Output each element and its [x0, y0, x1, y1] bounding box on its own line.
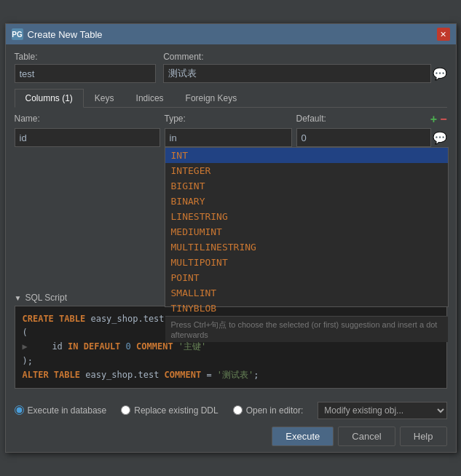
comment-field-group: Comment: 💬	[163, 52, 446, 83]
col-default-wrap: 💬	[296, 128, 447, 147]
sql-script-label: SQL Script	[25, 293, 67, 303]
col-header-default: Default:	[296, 114, 426, 124]
column-row-0: INT INTEGER BIGINT BINARY LINESTRING MED…	[15, 128, 447, 147]
comment-input-wrap: 💬	[163, 64, 446, 83]
modify-select[interactable]: Modify existing obj...	[318, 402, 446, 419]
title-bar: PG Create New Table ✕	[6, 24, 456, 44]
table-label: Table:	[15, 52, 157, 62]
radio-row: Execute in database Replace existing DDL…	[15, 402, 447, 419]
btn-row: Execute Cancel Help	[15, 427, 447, 446]
create-table-dialog: PG Create New Table ✕ Table: Comment: 💬 …	[5, 23, 457, 453]
radio-open-editor[interactable]: Open in editor:	[233, 405, 304, 416]
radio-open-editor-input[interactable]	[233, 405, 243, 415]
column-type-input[interactable]	[165, 128, 292, 147]
add-column-button[interactable]: +	[430, 114, 437, 125]
table-field-group: Table:	[15, 52, 157, 83]
col-header-type: Type:	[165, 114, 292, 124]
comment-chat-icon[interactable]: 💬	[433, 67, 447, 81]
comment-input[interactable]	[163, 64, 430, 83]
sql-arrow-icon: ▼	[15, 294, 22, 302]
autocomplete-item-integer[interactable]: INTEGER	[165, 163, 448, 178]
tab-keys[interactable]: Keys	[84, 89, 125, 107]
autocomplete-item-multipoint[interactable]: MULTIPOINT	[165, 255, 448, 270]
sql-line-3: ▶ id IN DEFAULT 0 COMMENT '主键'	[23, 340, 439, 354]
radio-open-editor-label: Open in editor:	[246, 405, 304, 416]
radio-execute-database[interactable]: Execute in database	[15, 405, 107, 416]
line-indicator: ▶	[23, 340, 31, 354]
tab-indices[interactable]: Indices	[125, 89, 175, 107]
autocomplete-item-mediumint[interactable]: MEDIUMINT	[165, 224, 448, 239]
sql-line-5: ALTER TABLE easy_shop.test COMMENT = '测试…	[23, 368, 439, 382]
table-input[interactable]	[15, 64, 157, 83]
sql-line-4: );	[23, 354, 439, 368]
autocomplete-item-point[interactable]: POINT	[165, 270, 448, 285]
radio-execute-database-label: Execute in database	[28, 405, 107, 416]
table-comment-row: Table: Comment: 💬	[15, 52, 447, 83]
type-dropdown-container: INT INTEGER BIGINT BINARY LINESTRING MED…	[165, 128, 292, 147]
autocomplete-item-smallint[interactable]: SMALLINT	[165, 285, 448, 301]
tab-columns[interactable]: Columns (1)	[15, 89, 84, 108]
cancel-button[interactable]: Cancel	[338, 427, 395, 446]
help-button[interactable]: Help	[400, 427, 447, 446]
autocomplete-hint: Press Ctrl+句点 to choose the selected (or…	[165, 316, 448, 342]
autocomplete-item-multilinestring[interactable]: MULTILINESTRING	[165, 239, 448, 255]
tabs-bar: Columns (1) Keys Indices Foreign Keys	[15, 89, 447, 108]
col-actions: + −	[430, 114, 447, 125]
col-headers: Name: Type: Default: + −	[15, 114, 447, 125]
radio-replace-ddl-input[interactable]	[121, 405, 130, 415]
autocomplete-item-int[interactable]: INT	[165, 148, 448, 163]
radio-replace-ddl-label: Replace existing DDL	[134, 405, 218, 416]
autocomplete-item-binary[interactable]: BINARY	[165, 194, 448, 209]
comment-label: Comment:	[163, 52, 446, 62]
col-header-name: Name:	[15, 114, 160, 124]
autocomplete-item-linestring[interactable]: LINESTRING	[165, 209, 448, 224]
pg-icon: PG	[12, 28, 23, 40]
bottom-section: Execute in database Replace existing DDL…	[6, 396, 456, 452]
autocomplete-dropdown: INT INTEGER BIGINT BINARY LINESTRING MED…	[165, 147, 449, 307]
title-bar-left: PG Create New Table	[12, 28, 103, 40]
execute-button[interactable]: Execute	[272, 427, 334, 446]
column-name-input[interactable]	[15, 128, 160, 147]
radio-execute-database-input[interactable]	[15, 405, 24, 415]
autocomplete-item-bigint[interactable]: BIGINT	[165, 178, 448, 194]
remove-column-button[interactable]: −	[440, 114, 446, 125]
dialog-body: Table: Comment: 💬 Columns (1) Keys Indic…	[6, 44, 456, 396]
autocomplete-item-tinyblob[interactable]: TINYBLOB	[165, 301, 448, 316]
close-button[interactable]: ✕	[437, 28, 450, 41]
radio-replace-ddl[interactable]: Replace existing DDL	[121, 405, 218, 416]
tab-foreign-keys[interactable]: Foreign Keys	[175, 89, 248, 107]
dialog-title: Create New Table	[28, 29, 103, 40]
col-default-chat-icon[interactable]: 💬	[433, 131, 447, 145]
columns-area: Name: Type: Default: + − INT INTEGER	[15, 114, 447, 147]
column-default-input[interactable]	[296, 128, 431, 147]
